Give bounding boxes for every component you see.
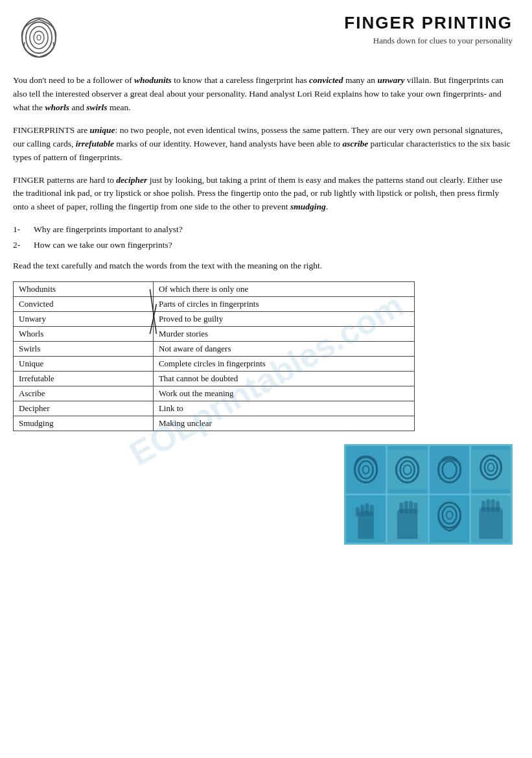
table-row: AscribeWork out the meaning <box>14 386 415 401</box>
meaning-cell: Murder stories <box>153 327 414 342</box>
table-row: DecipherLink to <box>14 401 415 416</box>
table-row: WhorlsMurder stories <box>14 327 415 342</box>
meaning-cell: Making unclear <box>153 416 414 431</box>
svg-point-2 <box>30 27 48 49</box>
fp-cell-3 <box>430 446 469 493</box>
matching-table: WhodunitsOf which there is only oneConvi… <box>13 281 415 431</box>
svg-rect-11 <box>387 450 427 490</box>
svg-rect-26 <box>356 508 360 517</box>
svg-rect-40 <box>496 501 500 512</box>
meaning-cell: Link to <box>153 401 414 416</box>
fp-cell-8 <box>471 495 511 543</box>
page-title: FINGER PRINTING <box>344 13 513 33</box>
bottom-image-section <box>13 444 513 545</box>
svg-point-4 <box>37 35 41 40</box>
svg-rect-25 <box>370 505 374 516</box>
table-row: SwirlsNot aware of dangers <box>14 342 415 357</box>
word-cell: Swirls <box>14 342 154 357</box>
table-row: ConvictedParts of circles in fingerprint… <box>14 297 415 312</box>
question-1: 1- Why are fingerprints important to ana… <box>13 224 513 235</box>
word-cell: Unique <box>14 357 154 372</box>
fp-cell-6 <box>387 495 427 543</box>
svg-rect-28 <box>400 503 404 514</box>
table-row: SmudgingMaking unclear <box>14 416 415 431</box>
fp-cell-4 <box>471 446 511 493</box>
meaning-cell: Parts of circles in fingerprints <box>153 297 414 312</box>
matching-table-wrapper: WhodunitsOf which there is only oneConvi… <box>13 278 415 435</box>
fingerprint-collage <box>344 444 513 545</box>
meaning-cell: Complete circles in fingerprints <box>153 357 414 372</box>
table-row: UniqueComplete circles in fingerprints <box>14 357 415 372</box>
word-cell: Irrefutable <box>14 372 154 386</box>
svg-rect-31 <box>414 503 418 514</box>
meaning-cell: That cannot be doubted <box>153 372 414 386</box>
table-row: IrrefutableThat cannot be doubted <box>14 372 415 386</box>
page-header: FINGER PRINTING Hands down for clues to … <box>13 13 513 65</box>
paragraph-1: You don't need to be a follower of whodu… <box>13 74 513 115</box>
word-cell: Ascribe <box>14 386 154 401</box>
word-cell: Whorls <box>14 327 154 342</box>
meaning-cell: Of which there is only one <box>153 282 414 297</box>
svg-point-3 <box>34 31 44 44</box>
fp-cell-7 <box>430 495 469 543</box>
meaning-cell: Not aware of dangers <box>153 342 414 357</box>
question-2: 2- How can we take our own fingerprints? <box>13 240 513 250</box>
svg-rect-24 <box>365 503 369 515</box>
fp-cell-2 <box>387 446 427 493</box>
fingerprint-logo <box>13 13 65 65</box>
svg-rect-30 <box>409 501 413 514</box>
fp-cell-1 <box>346 446 386 493</box>
matching-instruction: Read the text carefully and match the wo… <box>13 261 513 271</box>
page-subtitle: Hands down for clues to your personality <box>344 36 513 46</box>
svg-rect-39 <box>491 499 494 512</box>
fp-cell-5 <box>346 495 386 543</box>
word-cell: Smudging <box>14 416 154 431</box>
meaning-cell: Work out the meaning <box>153 386 414 401</box>
svg-rect-23 <box>360 505 364 516</box>
word-cell: Unwary <box>14 312 154 327</box>
paragraph-2: FINGERPRINTS are unique: no two people, … <box>13 124 513 165</box>
header-right: FINGER PRINTING Hands down for clues to … <box>344 13 513 46</box>
word-cell: Whodunits <box>14 282 154 297</box>
svg-rect-29 <box>404 501 408 514</box>
table-row: WhodunitsOf which there is only one <box>14 282 415 297</box>
svg-rect-15 <box>430 450 469 490</box>
word-cell: Decipher <box>14 401 154 416</box>
table-row: UnwaryProved to be guilty <box>14 312 415 327</box>
paragraph-3: FINGER patterns are hard to decipher jus… <box>13 174 513 215</box>
svg-rect-38 <box>486 499 490 512</box>
svg-rect-37 <box>481 501 485 512</box>
word-cell: Convicted <box>14 297 154 312</box>
questions-section: 1- Why are fingerprints important to ana… <box>13 224 513 250</box>
meaning-cell: Proved to be guilty <box>153 312 414 327</box>
